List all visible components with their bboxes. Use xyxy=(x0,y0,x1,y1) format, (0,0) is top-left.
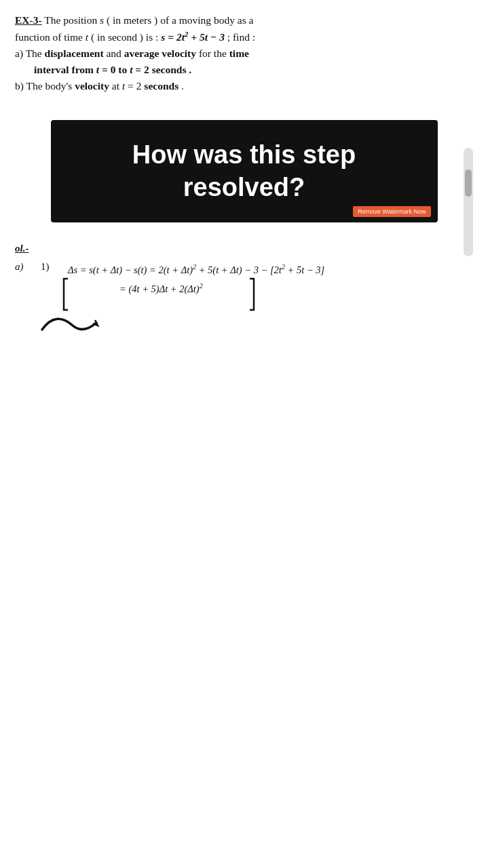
part-a-label: a) xyxy=(15,261,34,273)
how-was-this-step-banner: How was this step resolved? Remove Water… xyxy=(51,120,438,222)
page-content: EX-3- The position s ( in meters ) of a … xyxy=(15,12,473,338)
scrollbar-thumb xyxy=(465,170,472,197)
part-num-label: 1) xyxy=(41,261,61,273)
problem-part-a: a) The displacement and average velocity… xyxy=(15,47,249,59)
solution-row-a1: a) 1) Δs = s(t + Δt) − s(t) = 2(t + Δt)2… xyxy=(15,261,473,297)
problem-line2: function of time t ( in second ) is : s … xyxy=(15,28,473,45)
problem-line5: b) The body's velocity at t = 2 seconds … xyxy=(15,78,473,94)
problem-text-2: function of time t ( in second ) is : s … xyxy=(15,31,255,43)
banner-line2: resolved? xyxy=(183,173,305,201)
scrollbar[interactable] xyxy=(464,148,473,256)
page: EX-3- The position s ( in meters ) of a … xyxy=(0,0,488,868)
bracket-svg xyxy=(61,275,278,314)
problem-text-1: The position s ( in meters ) of a moving… xyxy=(42,14,254,26)
problem-line3: a) The displacement and average velocity… xyxy=(15,45,473,62)
math-block: Δs = s(t + Δt) − s(t) = 2(t + Δt)2 + 5(t… xyxy=(68,261,324,297)
remove-watermark-button[interactable]: Remove Watermark Now xyxy=(353,206,430,217)
ex-label: EX-3- xyxy=(15,14,42,26)
banner-container: How was this step resolved? Remove Water… xyxy=(51,120,438,222)
problem-line4: interval from t = 0 to t = 2 seconds . xyxy=(15,62,473,78)
problem-section: EX-3- The position s ( in meters ) of a … xyxy=(15,12,473,94)
solution-section: ol.- a) 1) Δs = s(t + Δt) − s(t) = 2(t +… xyxy=(15,243,473,338)
banner-line1: How was this step xyxy=(132,140,356,169)
problem-interval: interval from t = 0 to t = 2 seconds . xyxy=(34,64,191,75)
bracket-container: = (4t + 5)Δt + 2(Δt)2 xyxy=(109,280,324,297)
solution-label: ol.- xyxy=(15,243,473,254)
problem-part-b: b) The body's velocity at t = 2 seconds … xyxy=(15,80,184,92)
problem-line1: EX-3- The position s ( in meters ) of a … xyxy=(15,12,473,28)
